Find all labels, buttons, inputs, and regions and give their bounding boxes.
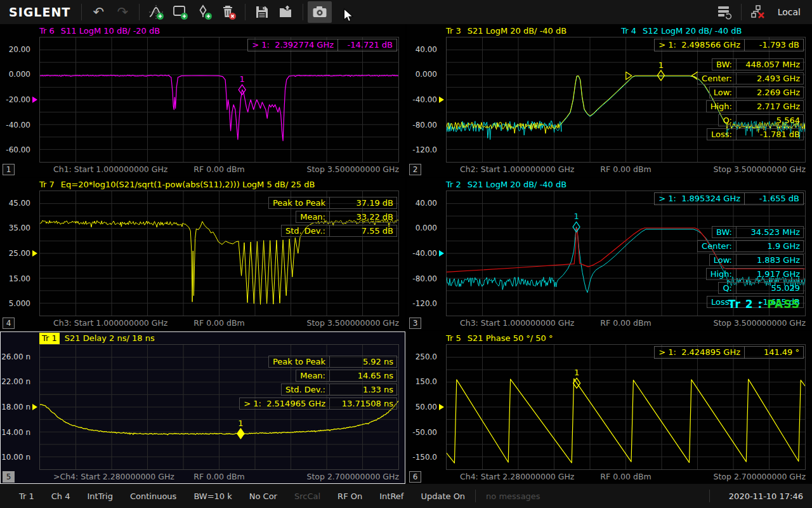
trace-title[interactable]: Tr 3: [446, 25, 461, 37]
readout-frequency: > 1: 1.895324 GHz: [654, 192, 745, 205]
plot-area[interactable]: 1> 1: 2.424895 GHz141.49 °: [446, 344, 806, 470]
panel-window-5[interactable]: Tr 1S21 Delay 2 ns/ 18 ns26.00 n22.00 n1…: [0, 331, 405, 484]
panel-header: Tr 1S21 Delay 2 ns/ 18 ns: [39, 333, 405, 344]
panel-window-1[interactable]: Tr 6S11 LogM 10 dB/ -20 dB20.000.000-20.…: [0, 24, 405, 177]
y-axis-label: 22.00 n: [1, 377, 30, 386]
info-row: Low:1.883 GHz: [709, 254, 804, 266]
reference-level-marker[interactable]: [32, 250, 37, 257]
y-axis-label: 150.0: [416, 377, 437, 386]
delete-trash-icon: [220, 4, 237, 20]
info-row: Center:2.493 GHz: [697, 72, 804, 84]
add-window-icon: [172, 4, 188, 20]
window-index[interactable]: 3: [409, 318, 421, 329]
trace-title[interactable]: Tr 6: [39, 25, 55, 37]
add-marker-icon: [196, 4, 213, 20]
channel-stop-label: Stop 3.500000000 GHz: [713, 316, 806, 330]
stat-row: Std. Dev.:7.55 dB: [281, 225, 397, 237]
plot-area[interactable]: 1> 1: 2.498566 GHz-1.793 dBBW:448.057 MH…: [446, 37, 806, 163]
info-label: BW:: [712, 227, 736, 237]
info-value: 1.9 GHz: [736, 241, 803, 251]
reference-level-marker[interactable]: [32, 97, 37, 103]
status-item[interactable]: No Cor: [249, 491, 277, 501]
trace-title[interactable]: Tr 2: [446, 179, 461, 190]
panel-window-3[interactable]: Tr 2S21 LogM 20 dB/ -40 dB40.000.000-40.…: [407, 178, 812, 330]
local-mode-label[interactable]: Local: [778, 7, 801, 17]
active-trace-chip[interactable]: Tr 1: [39, 333, 60, 344]
readout-value: -1.655 dB: [745, 192, 804, 205]
delete-button[interactable]: [216, 1, 240, 23]
system-status-button[interactable]: [712, 1, 737, 23]
info-label: Center:: [698, 73, 736, 84]
add-window-button[interactable]: [168, 1, 192, 23]
status-item[interactable]: Update On: [421, 491, 465, 501]
stat-row: Mean:14.65 ns: [296, 370, 397, 382]
recall-button[interactable]: [274, 1, 298, 23]
grid-lines: [447, 345, 805, 469]
plot-body: 250.0150.050.00-50.00-150.01> 1: 2.42489…: [407, 344, 812, 470]
trace-title[interactable]: Eq=20*log10(S21/sqrt(1-pow(abs(S11),2)))…: [61, 179, 315, 190]
toolbar: SIGLENT ↶ ↷: [0, 0, 812, 24]
trace-title[interactable]: S21 LogM 20 dB/ -40 dB: [468, 179, 566, 190]
y-axis-label: 50.00: [416, 403, 437, 411]
status-separator: [709, 490, 710, 502]
trace-title[interactable]: Tr 4: [621, 25, 636, 37]
window-index[interactable]: 1: [3, 164, 15, 175]
add-marker-button[interactable]: [192, 1, 216, 23]
screenshot-button[interactable]: [308, 1, 332, 23]
trace-title[interactable]: S21 LogM 20 dB/ -40 dB: [468, 25, 566, 37]
status-item[interactable]: BW=10 k: [193, 491, 232, 501]
limit-test-status: PASS: [767, 298, 800, 311]
y-axis-label: 20.00: [9, 45, 30, 54]
undo-button[interactable]: ↶: [86, 1, 110, 23]
y-axis-label: -120.0: [412, 299, 437, 308]
status-item[interactable]: Ch 4: [51, 491, 70, 501]
toolbar-separator: [81, 4, 82, 20]
plot-area[interactable]: 1> 1: 2.392774 GHz-14.721 dB: [39, 37, 399, 163]
lan-error-icon: [750, 4, 766, 20]
window-index[interactable]: 6: [409, 471, 421, 483]
plot-area[interactable]: 1> 1: 1.895324 GHz-1.655 dBBW:34.523 MHz…: [446, 190, 806, 316]
limit-test-trace: Tr 2 :: [728, 298, 768, 311]
channel-stop-label: Stop 2.700000000 GHz: [306, 470, 399, 484]
stat-label: Std. Dev.:: [282, 384, 329, 395]
panel-window-4[interactable]: Tr 7Eq=20*log10(S21/sqrt(1-pow(abs(S11),…: [0, 178, 405, 330]
reference-level-marker[interactable]: [32, 404, 37, 410]
clock: 2020-11-10 17:46: [729, 491, 803, 501]
reference-level-marker[interactable]: [439, 404, 444, 410]
plot-body: 40.000.000-40.00-80.00-120.01> 1: 2.4985…: [407, 37, 812, 163]
status-item[interactable]: RF On: [337, 491, 362, 501]
trace-title[interactable]: Tr 7: [39, 179, 55, 190]
add-trace-button[interactable]: [144, 1, 168, 23]
redo-button[interactable]: ↷: [110, 1, 134, 23]
y-axis-labels: 26.00 n22.00 n18.00 n14.00 n10.00 n: [0, 344, 38, 470]
toolbar-separator: [139, 4, 140, 20]
status-item[interactable]: Tr 1: [19, 491, 34, 501]
status-item[interactable]: IntTrig: [88, 491, 113, 501]
stat-value: 33.22 dB: [329, 211, 396, 222]
window-index[interactable]: 4: [3, 318, 15, 329]
trace-title[interactable]: S21 Phase 50 °/ 50 °: [468, 333, 553, 344]
info-row: Loss:-1.781 dB: [707, 128, 804, 140]
toolbar-separator: [303, 4, 303, 20]
trace-title[interactable]: S21 Delay 2 ns/ 18 ns: [65, 333, 155, 344]
window-index[interactable]: 5: [3, 471, 15, 483]
plot-area[interactable]: 1Peak to Peak5.92 nsMean:14.65 nsStd. De…: [39, 344, 399, 470]
trace-title[interactable]: S12 LogM 20 dB/ -40 dB: [643, 25, 742, 37]
info-row: High:2.717 GHz: [706, 100, 804, 112]
reference-level-marker[interactable]: [439, 250, 444, 257]
status-items: Tr 1Ch 4IntTrigContinuousBW=10 kNo CorSr…: [19, 491, 465, 501]
reference-level-marker[interactable]: [439, 97, 444, 103]
lan-status-button[interactable]: [746, 1, 770, 23]
panel-window-6[interactable]: Tr 5S21 Phase 50 °/ 50 °250.0150.050.00-…: [407, 331, 812, 484]
status-item[interactable]: Continuous: [130, 491, 176, 501]
trace-title[interactable]: S11 LogM 10 dB/ -20 dB: [61, 25, 160, 37]
window-index[interactable]: 2: [409, 164, 421, 175]
plot-area[interactable]: Peak to Peak37.19 dBMean:33.22 dBStd. De…: [39, 190, 399, 316]
status-item[interactable]: IntRef: [379, 491, 403, 501]
save-button[interactable]: [250, 1, 274, 23]
trace-title[interactable]: Tr 5: [446, 333, 461, 344]
info-label: Center:: [698, 241, 736, 251]
panel-window-2[interactable]: Tr 3S21 LogM 20 dB/ -40 dBTr 4S12 LogM 2…: [407, 24, 812, 177]
mouse-cursor: [343, 8, 354, 23]
stat-value: 1.33 ns: [329, 384, 396, 395]
